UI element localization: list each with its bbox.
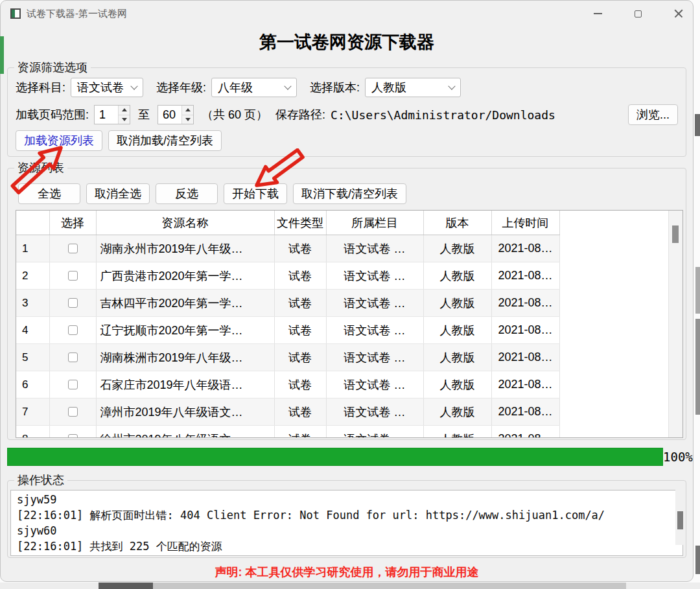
row-checkbox[interactable] <box>68 298 78 308</box>
spin-up-button[interactable] <box>119 106 130 115</box>
invert-selection-button[interactable]: 反选 <box>156 183 218 204</box>
deselect-all-button[interactable]: 取消全选 <box>86 183 150 204</box>
row-select-cell <box>49 371 96 398</box>
total-pages-label: （共 60 页） <box>202 107 268 122</box>
background-artifact <box>695 267 700 314</box>
upload-date-cell: 2021-08… <box>491 398 559 426</box>
save-path-label: 保存路径: <box>275 107 325 122</box>
app-window-icon <box>10 8 21 19</box>
status-log-textarea[interactable]: sjyw59 [22:16:01] 解析页面时出错: 404 Client Er… <box>10 490 683 556</box>
page-to-value: 60 <box>158 106 181 124</box>
column-header-filetype[interactable]: 文件类型 <box>274 211 326 235</box>
table-row[interactable]: 2 广西贵港市2020年第一学… 试卷 语文试卷 … 人教版 2021-08… <box>16 262 559 290</box>
cancel-load-button[interactable]: 取消加载/清空列表 <box>108 130 222 151</box>
edition-label: 选择版本: <box>310 80 360 95</box>
row-number: 7 <box>16 398 49 426</box>
table-row[interactable]: 7 漳州市2019年八年级语文… 试卷 语文试卷 … 人教版 2021-08… <box>16 398 559 426</box>
title-bar[interactable]: 试卷下载器-第一试卷网 <box>1 1 693 27</box>
resource-name-cell: 徐州市2019年八年级语文… <box>96 426 274 439</box>
subject-label: 选择科目: <box>16 80 65 95</box>
category-cell: 语文试卷 … <box>326 235 423 262</box>
row-number: 5 <box>16 344 49 371</box>
table-row[interactable]: 1 湖南永州市2019年八年级… 试卷 语文试卷 … 人教版 2021-08… <box>16 235 559 262</box>
column-header-category[interactable]: 所属栏目 <box>326 211 423 235</box>
row-select-cell <box>49 290 96 317</box>
edition-cell: 人教版 <box>423 235 491 262</box>
row-number: 1 <box>16 235 49 262</box>
upload-date-cell: 2021-08… <box>491 317 559 344</box>
row-checkbox[interactable] <box>68 244 78 253</box>
filter-groupbox: 资源筛选选项 选择科目: 语文试卷 选择年级: 八年级 选择版本: 人教版 加载… <box>7 67 686 157</box>
chevron-down-icon <box>448 82 455 89</box>
edition-cell: 人教版 <box>423 317 491 344</box>
disclaimer-text: 声明: 本工具仅供学习研究使用，请勿用于商业用途 <box>1 564 693 580</box>
chevron-down-icon <box>284 82 291 89</box>
column-header-date[interactable]: 上传时间 <box>491 211 559 235</box>
page-range-label: 加载页码范围: <box>16 107 89 122</box>
spin-up-button[interactable] <box>182 106 193 115</box>
edition-cell: 人教版 <box>423 426 491 439</box>
edition-cell: 人教版 <box>423 398 491 426</box>
close-button[interactable] <box>664 1 694 27</box>
resource-name-cell: 漳州市2019年八年级语文… <box>96 398 274 426</box>
row-select-cell <box>49 398 96 426</box>
minimize-button[interactable] <box>583 1 612 27</box>
progress-percent-label: 100% <box>663 448 693 466</box>
column-header-select[interactable]: 选择 <box>49 211 96 235</box>
page-to-spinbox[interactable]: 60 <box>158 105 194 124</box>
table-row[interactable]: 4 辽宁抚顺市2020年第一学… 试卷 语文试卷 … 人教版 2021-08… <box>16 317 559 344</box>
maximize-icon <box>635 10 642 17</box>
log-line: [22:16:01] 共找到 225 个匹配的资源 <box>17 538 667 554</box>
row-number: 3 <box>16 290 49 317</box>
annotation-arrow-load-icon <box>2 139 75 198</box>
row-checkbox[interactable] <box>68 380 78 389</box>
edition-value: 人教版 <box>371 80 406 95</box>
scrollbar-track <box>153 583 626 589</box>
row-number: 8 <box>16 426 49 439</box>
table-row[interactable]: 6 石家庄市2019年八年级语… 试卷 语文试卷 … 人教版 2021-08… <box>16 371 559 398</box>
row-checkbox[interactable] <box>68 325 78 335</box>
category-cell: 语文试卷 … <box>326 317 423 344</box>
page-horizontal-scrollbar[interactable] <box>0 583 700 589</box>
table-vertical-scrollbar[interactable] <box>668 211 682 437</box>
table-row[interactable]: 3 吉林四平市2020年第一学… 试卷 语文试卷 … 人教版 2021-08… <box>16 290 559 317</box>
edition-combobox[interactable]: 人教版 <box>365 78 461 97</box>
category-cell: 语文试卷 … <box>326 398 423 426</box>
file-type-cell: 试卷 <box>274 262 326 290</box>
upload-date-cell: 2021-08… <box>491 344 559 371</box>
scrollbar-thumb[interactable] <box>677 511 683 529</box>
scrollbar-thumb[interactable] <box>99 583 153 589</box>
table-header-row: 选择 资源名称 文件类型 所属栏目 版本 上传时间 <box>16 211 559 235</box>
browse-button[interactable]: 浏览... <box>628 104 678 125</box>
column-header-edition[interactable]: 版本 <box>423 211 491 235</box>
window-title: 试卷下载器-第一试卷网 <box>27 1 127 27</box>
table-row[interactable]: 8 徐州市2019年八年级语文… 试卷 语文试卷 … 人教版 2021-08… <box>16 426 559 439</box>
grade-label: 选择年级: <box>156 80 206 95</box>
log-vertical-scrollbar[interactable] <box>675 481 685 545</box>
background-artifact <box>695 114 700 136</box>
close-icon <box>674 9 683 18</box>
row-number: 2 <box>16 262 49 290</box>
file-type-cell: 试卷 <box>274 290 326 317</box>
row-checkbox[interactable] <box>68 407 78 417</box>
maximize-button[interactable] <box>623 1 653 27</box>
filter-group-legend: 资源筛选选项 <box>14 60 91 75</box>
page-from-spinbox[interactable]: 1 <box>94 105 130 124</box>
grade-combobox[interactable]: 八年级 <box>211 78 297 97</box>
spin-down-button[interactable] <box>182 115 193 124</box>
minimize-icon <box>594 13 602 14</box>
row-number: 6 <box>16 371 49 398</box>
category-cell: 语文试卷 … <box>326 426 423 439</box>
row-checkbox[interactable] <box>68 271 78 281</box>
file-type-cell: 试卷 <box>274 426 326 439</box>
spin-down-button[interactable] <box>119 115 130 124</box>
row-checkbox[interactable] <box>68 434 78 438</box>
column-header-name[interactable]: 资源名称 <box>96 211 274 235</box>
resource-name-cell: 吉林四平市2020年第一学… <box>96 290 274 317</box>
category-cell: 语文试卷 … <box>326 290 423 317</box>
subject-combobox[interactable]: 语文试卷 <box>71 78 143 97</box>
table-row[interactable]: 5 湖南株洲市2019年八年级… 试卷 语文试卷 … 人教版 2021-08… <box>16 344 559 371</box>
scrollbar-thumb[interactable] <box>672 225 679 243</box>
row-select-cell <box>49 317 96 344</box>
row-checkbox[interactable] <box>68 352 78 362</box>
